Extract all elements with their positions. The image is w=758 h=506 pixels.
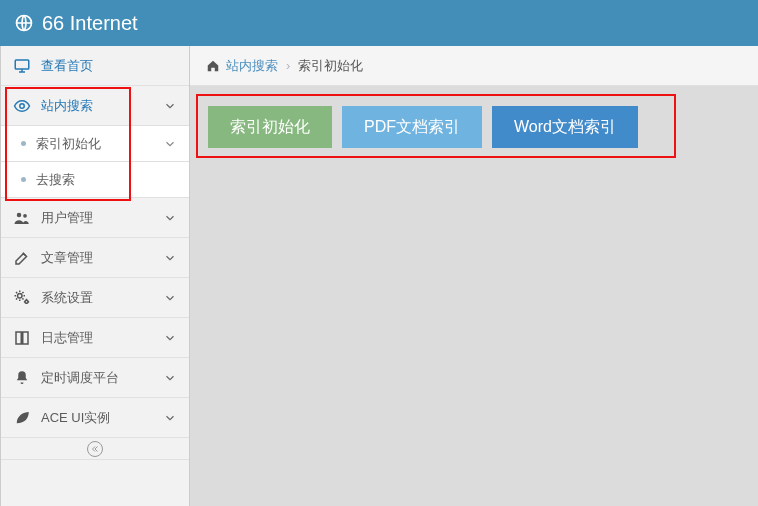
page-body: 索引初始化 PDF文档索引 Word文档索引 <box>190 86 758 506</box>
sidebar-item-label: 站内搜索 <box>41 97 163 115</box>
sidebar-item-label: 系统设置 <box>41 289 163 307</box>
sidebar-submenu-site-search: 索引初始化 去搜索 <box>1 126 189 198</box>
pdf-index-button[interactable]: PDF文档索引 <box>342 106 482 148</box>
breadcrumb-separator: › <box>286 58 290 73</box>
init-index-button[interactable]: 索引初始化 <box>208 106 332 148</box>
users-icon <box>13 209 31 227</box>
sidebar-subitem-index-init[interactable]: 索引初始化 <box>1 126 189 162</box>
sidebar-item-label: 定时调度平台 <box>41 369 163 387</box>
edit-icon <box>13 249 31 267</box>
svg-point-3 <box>17 212 22 217</box>
action-button-row: 索引初始化 PDF文档索引 Word文档索引 <box>208 106 740 148</box>
sidebar-item-label: 文章管理 <box>41 249 163 267</box>
sidebar-item-site-search[interactable]: 站内搜索 <box>1 86 189 126</box>
sidebar-item-settings[interactable]: 系统设置 <box>1 278 189 318</box>
sidebar-item-home[interactable]: 查看首页 <box>1 46 189 86</box>
svg-point-5 <box>18 293 23 298</box>
breadcrumb: 站内搜索 › 索引初始化 <box>190 46 758 86</box>
svg-point-4 <box>23 213 27 217</box>
breadcrumb-root-link[interactable]: 站内搜索 <box>226 57 278 75</box>
sidebar-item-label: 日志管理 <box>41 329 163 347</box>
chevron-down-icon <box>163 211 177 225</box>
chevron-down-icon <box>163 251 177 265</box>
breadcrumb-current: 索引初始化 <box>298 57 363 75</box>
sidebar-item-label: ACE UI实例 <box>41 409 163 427</box>
sidebar-item-label: 索引初始化 <box>36 135 163 153</box>
book-icon <box>13 329 31 347</box>
chevron-down-icon <box>163 137 177 151</box>
sidebar-item-articles[interactable]: 文章管理 <box>1 238 189 278</box>
monitor-icon <box>13 57 31 75</box>
globe-icon <box>14 13 34 33</box>
sidebar: 查看首页 站内搜索 索引初始化 <box>0 46 190 506</box>
gears-icon <box>13 289 31 307</box>
content-area: 站内搜索 › 索引初始化 索引初始化 PDF文档索引 Word文档索引 <box>190 46 758 506</box>
sidebar-item-label: 去搜索 <box>36 171 177 189</box>
svg-point-6 <box>25 300 28 303</box>
svg-point-2 <box>20 103 25 108</box>
chevron-down-icon <box>163 371 177 385</box>
sidebar-item-ace-ui[interactable]: ACE UI实例 <box>1 398 189 438</box>
bell-icon <box>13 369 31 387</box>
leaf-icon <box>13 409 31 427</box>
sidebar-item-users[interactable]: 用户管理 <box>1 198 189 238</box>
app-title: 66 Internet <box>42 12 138 35</box>
svg-rect-1 <box>15 60 29 69</box>
chevron-down-icon <box>163 411 177 425</box>
sidebar-item-label: 查看首页 <box>41 57 177 75</box>
eye-icon <box>13 97 31 115</box>
home-icon <box>206 59 226 73</box>
sidebar-item-logs[interactable]: 日志管理 <box>1 318 189 358</box>
sidebar-item-label: 用户管理 <box>41 209 163 227</box>
sidebar-subitem-go-search[interactable]: 去搜索 <box>1 162 189 198</box>
sidebar-collapse-toggle[interactable] <box>1 438 189 460</box>
word-index-button[interactable]: Word文档索引 <box>492 106 638 148</box>
sidebar-item-scheduler[interactable]: 定时调度平台 <box>1 358 189 398</box>
double-chevron-left-icon <box>87 441 103 457</box>
chevron-down-icon <box>163 331 177 345</box>
chevron-down-icon <box>163 99 177 113</box>
chevron-down-icon <box>163 291 177 305</box>
top-bar: 66 Internet <box>0 0 758 46</box>
